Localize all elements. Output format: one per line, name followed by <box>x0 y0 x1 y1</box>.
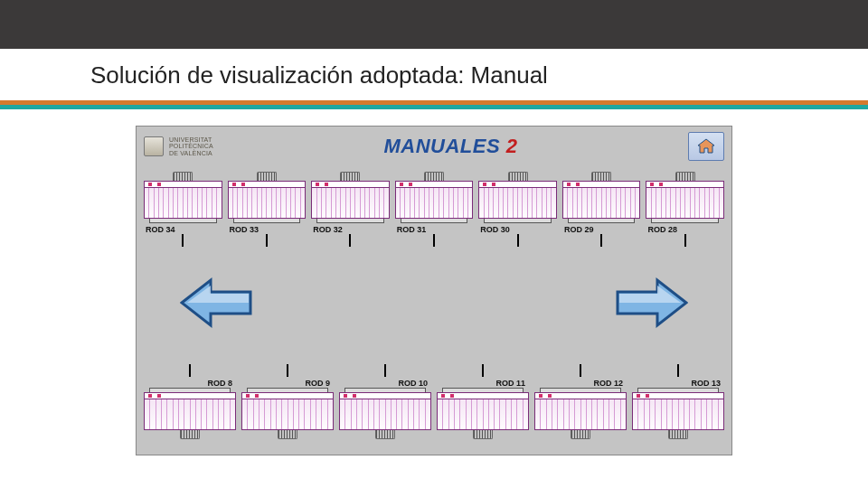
rack-leg <box>266 234 268 247</box>
rack-leg <box>482 364 484 377</box>
rack-label: ROD 30 <box>478 223 557 234</box>
rack-status-strip <box>145 393 235 399</box>
rack-label: ROD 29 <box>562 223 641 234</box>
rack-label: ROD 8 <box>205 377 236 388</box>
rack-row-top: ROD 34ROD 33ROD 32ROD 31ROD 30ROD 29ROD … <box>144 172 724 247</box>
rack-unit[interactable]: ROD 13 <box>632 364 724 439</box>
arrow-left-icon <box>180 277 254 329</box>
rack-status-strip <box>229 182 306 188</box>
rack-unit[interactable]: ROD 10 <box>339 364 431 439</box>
hmi-header: UNIVERSITAT POLITÈCNICA DE VALÈNCIA MANU… <box>137 127 731 170</box>
rack-label: ROD 13 <box>689 377 724 388</box>
rack-cooler-icon <box>173 172 193 181</box>
nav-prev-button[interactable] <box>180 277 254 329</box>
rack-cooler-icon <box>375 430 395 439</box>
upv-logo-badge <box>144 136 164 156</box>
rack-slots <box>646 188 723 218</box>
rack-unit[interactable]: ROD 8 <box>144 364 236 439</box>
rack-body <box>241 392 334 430</box>
presentation-top-bar <box>0 0 868 49</box>
rack-unit[interactable]: ROD 33 <box>228 172 307 247</box>
rack-unit[interactable]: ROD 11 <box>437 364 529 439</box>
rack-slots <box>229 188 306 218</box>
rack-body <box>339 392 431 430</box>
rack-cooler-icon <box>257 172 277 181</box>
rack-label: ROD 10 <box>396 377 431 388</box>
rack-slots <box>145 399 235 429</box>
rack-leg <box>182 234 184 247</box>
rack-cooler-icon <box>591 172 611 181</box>
rack-slots <box>438 399 528 429</box>
rack-body <box>144 392 236 430</box>
rack-cooler-icon <box>340 172 360 181</box>
rack-unit[interactable]: ROD 32 <box>311 172 390 247</box>
rack-slots <box>479 188 556 218</box>
rack-cooler-icon <box>180 430 200 439</box>
rack-status-strip <box>145 182 222 188</box>
rack-cooler-icon <box>424 172 444 181</box>
rack-leg <box>384 364 386 377</box>
rack-leg <box>684 234 686 247</box>
rack-status-strip <box>646 182 723 188</box>
rack-slots <box>145 188 222 218</box>
rack-label: ROD 31 <box>395 223 474 234</box>
svg-marker-0 <box>698 139 714 153</box>
rack-unit[interactable]: ROD 29 <box>562 172 641 247</box>
home-button[interactable] <box>688 132 724 161</box>
rack-status-strip <box>312 182 389 188</box>
rack-unit[interactable]: ROD 31 <box>395 172 474 247</box>
rack-label: ROD 33 <box>228 223 307 234</box>
rack-leg <box>677 364 679 377</box>
upv-logo-text: UNIVERSITAT POLITÈCNICA DE VALÈNCIA <box>169 136 213 156</box>
rack-unit[interactable]: ROD 12 <box>534 364 627 439</box>
rack-body <box>144 181 222 219</box>
rack-cooler-icon <box>571 430 590 439</box>
rack-unit[interactable]: ROD 34 <box>144 172 222 247</box>
rack-body <box>437 392 529 430</box>
rack-status-strip <box>340 393 430 399</box>
rack-unit[interactable]: ROD 30 <box>478 172 557 247</box>
rack-label: ROD 12 <box>591 377 627 388</box>
rack-slots <box>340 399 430 429</box>
nav-next-button[interactable] <box>614 277 688 329</box>
upv-logo: UNIVERSITAT POLITÈCNICA DE VALÈNCIA <box>144 136 213 156</box>
rack-cooler-icon <box>278 430 297 439</box>
rack-body <box>646 181 724 219</box>
rack-status-strip <box>242 393 333 399</box>
hmi-title-text: MANUALES <box>383 135 500 157</box>
slide-title: Solución de visualización adoptada: Manu… <box>0 49 868 100</box>
rack-label: ROD 28 <box>646 223 724 234</box>
rack-body <box>228 181 307 219</box>
rack-leg <box>189 364 191 377</box>
rack-slots <box>242 399 333 429</box>
rack-status-strip <box>396 182 473 188</box>
rack-slots <box>563 188 640 218</box>
rack-cooler-icon <box>675 172 695 181</box>
rack-body <box>478 181 557 219</box>
rack-row-bottom: ROD 8ROD 9ROD 10ROD 11ROD 12ROD 13 <box>144 364 724 439</box>
rack-leg <box>287 364 288 377</box>
rack-body <box>632 392 724 430</box>
logo-line: DE VALÈNCIA <box>169 150 213 156</box>
home-icon <box>696 138 716 155</box>
rack-status-strip <box>479 182 556 188</box>
rack-cooler-icon <box>668 430 688 439</box>
arrow-right-icon <box>614 277 688 329</box>
logo-line: POLITÈCNICA <box>169 143 213 149</box>
rack-label: ROD 32 <box>311 223 390 234</box>
rack-label: ROD 9 <box>303 377 334 388</box>
rack-leg <box>517 234 519 247</box>
rack-leg <box>580 364 581 377</box>
rack-unit[interactable]: ROD 9 <box>241 364 334 439</box>
rack-status-strip <box>438 393 528 399</box>
rack-slots <box>396 188 473 218</box>
rack-cooler-icon <box>473 430 493 439</box>
rack-label: ROD 34 <box>144 223 222 234</box>
rack-body <box>534 392 627 430</box>
rack-slots <box>312 188 389 218</box>
hmi-title-number: 2 <box>506 135 518 157</box>
rack-status-strip <box>633 393 723 399</box>
rack-body <box>562 181 641 219</box>
rack-area: ROD 34ROD 33ROD 32ROD 31ROD 30ROD 29ROD … <box>137 170 731 441</box>
rack-unit[interactable]: ROD 28 <box>646 172 724 247</box>
